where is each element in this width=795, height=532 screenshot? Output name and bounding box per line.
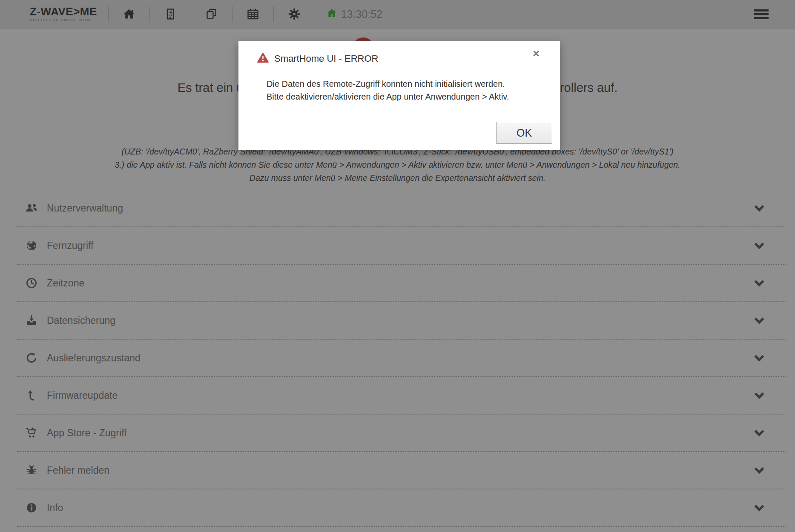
error-message-line: Bitte deaktivieren/aktivieren die App un… [267, 90, 541, 103]
warning-triangle-icon [257, 52, 269, 65]
error-dialog-title: SmartHome UI - ERROR [274, 53, 378, 64]
ok-button[interactable]: OK [496, 122, 552, 144]
error-dialog-message: Die Daten des Remote-Zugriff konnten nic… [238, 65, 560, 103]
error-dialog-header: SmartHome UI - ERROR [238, 41, 560, 65]
close-icon[interactable]: × [533, 48, 540, 60]
error-dialog: SmartHome UI - ERROR × Die Daten des Rem… [238, 41, 560, 150]
error-message-line: Die Daten des Remote-Zugriff konnten nic… [267, 77, 541, 90]
